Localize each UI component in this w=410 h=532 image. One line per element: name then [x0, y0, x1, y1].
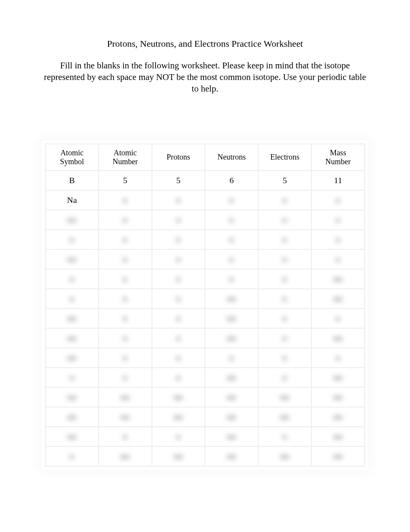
- table-cell: ■: [152, 289, 205, 308]
- obscured-value: ■■: [68, 216, 77, 224]
- table-cell: ■■: [312, 447, 364, 466]
- obscured-value: ■: [123, 354, 127, 362]
- table-cell: ■: [152, 309, 205, 328]
- obscured-value: ■■: [227, 374, 236, 382]
- obscured-value: ■: [176, 197, 181, 205]
- table-cell: ■■: [259, 408, 311, 426]
- table-cell: ■: [46, 447, 98, 466]
- table-cell: ■: [99, 368, 151, 387]
- obscured-value: ■: [123, 374, 127, 382]
- obscured-value: ■■: [227, 335, 236, 343]
- obscured-value: ■■: [68, 433, 77, 441]
- table-cell: ■: [46, 230, 98, 249]
- table-cell: ■: [152, 211, 205, 229]
- obscured-value: ■■: [174, 413, 183, 422]
- table-cell: ■: [259, 309, 311, 328]
- obscured-value: ■■: [227, 453, 236, 461]
- obscured-value: ■■: [334, 433, 343, 441]
- table-row: Na■■■■■: [46, 191, 364, 209]
- obscured-value: ■: [283, 374, 287, 382]
- obscured-value: ■: [123, 256, 127, 264]
- table-cell: ■■: [312, 289, 364, 308]
- obscured-value: ■: [176, 315, 181, 323]
- table-cell: ■: [152, 230, 205, 249]
- table-cell: ■: [152, 270, 205, 288]
- table-cell: ■: [259, 270, 311, 288]
- table-cell: ■: [205, 348, 258, 367]
- table-cell: 11: [312, 171, 364, 190]
- obscured-value: ■: [123, 295, 127, 303]
- table-cell: ■: [312, 250, 364, 269]
- table-cell: ■: [99, 348, 151, 367]
- table-cell: ■: [259, 230, 311, 249]
- table-cell: ■■: [312, 388, 364, 406]
- table-cell: ■: [46, 289, 98, 308]
- obscured-value: ■: [176, 433, 181, 441]
- table-cell: B: [46, 171, 98, 190]
- obscured-value: ■: [176, 354, 181, 362]
- header-neutrons: Neutrons: [205, 144, 258, 170]
- obscured-value: ■■: [334, 374, 343, 382]
- table-cell: ■: [205, 230, 258, 249]
- table-cell: ■: [312, 348, 364, 367]
- obscured-value: ■: [283, 216, 287, 224]
- obscured-value: ■: [69, 275, 74, 284]
- table-cell: ■: [152, 348, 205, 367]
- table-cell: ■■: [152, 447, 205, 466]
- obscured-value: ■: [283, 256, 287, 264]
- obscured-value: ■■: [227, 413, 236, 422]
- header-atomic-number: AtomicNumber: [99, 144, 151, 170]
- table-cell: ■■: [205, 388, 258, 406]
- table-cell: ■: [99, 250, 151, 269]
- obscured-value: ■: [229, 236, 234, 244]
- table-cell: ■■: [312, 329, 364, 347]
- obscured-value: ■■: [334, 335, 343, 343]
- header-electrons: Electrons: [259, 144, 311, 170]
- obscured-value: ■: [229, 275, 234, 284]
- obscured-value: ■■: [174, 453, 183, 461]
- obscured-value: ■■: [334, 295, 343, 303]
- table-cell: ■: [99, 289, 151, 308]
- obscured-value: ■■: [120, 453, 130, 461]
- table-cell: ■■: [259, 447, 311, 466]
- table-cell: ■: [312, 191, 364, 209]
- obscured-value: ■■: [280, 453, 290, 461]
- obscured-value: ■: [123, 335, 127, 343]
- obscured-value: ■: [69, 236, 74, 244]
- table-row: ■■■■■■■■■■■■: [46, 388, 364, 406]
- table-cell: ■■: [312, 427, 364, 446]
- table-row: ■■■■■■■: [46, 348, 364, 367]
- table-cell: 5: [259, 171, 311, 190]
- table-cell: ■■: [205, 427, 258, 446]
- table-cell: ■■: [46, 388, 98, 406]
- table-row: ■■■■■■■■■■■■: [46, 408, 364, 426]
- table-cell: ■■: [312, 368, 364, 387]
- obscured-value: ■: [176, 236, 181, 244]
- table-cell: ■■: [205, 309, 258, 328]
- table-cell: ■: [312, 309, 364, 328]
- obscured-value: ■: [176, 275, 181, 284]
- obscured-value: ■: [176, 295, 181, 303]
- obscured-value: ■■: [227, 295, 236, 303]
- obscured-value: ■■: [227, 394, 236, 402]
- instructions-text: Fill in the blanks in the following work…: [42, 60, 368, 95]
- obscured-value: ■: [123, 197, 127, 205]
- table-cell: ■■: [205, 408, 258, 426]
- obscured-value: ■■: [68, 315, 77, 323]
- obscured-value: ■: [336, 197, 341, 205]
- table-cell: ■: [99, 270, 151, 288]
- table-cell: ■: [99, 329, 151, 347]
- table-row: ■■■■■■■: [46, 250, 364, 269]
- obscured-value: ■: [69, 453, 74, 461]
- table-row: ■■■■■■■■■: [46, 427, 364, 446]
- obscured-value: ■■: [334, 453, 343, 461]
- obscured-value: ■■: [120, 413, 130, 422]
- obscured-value: ■: [283, 433, 287, 441]
- obscured-value: ■: [283, 197, 287, 205]
- obscured-value: ■: [336, 236, 341, 244]
- table-row: ■■■■■■■■■: [46, 329, 364, 347]
- table-cell: ■■: [99, 408, 151, 426]
- obscured-value: ■: [229, 256, 234, 264]
- obscured-value: ■: [123, 236, 127, 244]
- table-row: ■■■■■■■■: [46, 289, 364, 308]
